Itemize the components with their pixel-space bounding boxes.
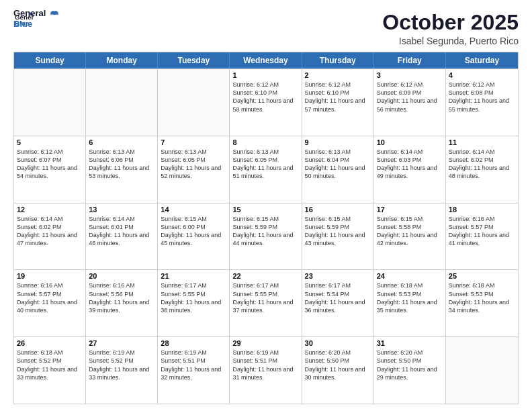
day-info: Sunrise: 6:14 AM Sunset: 6:02 PM Dayligh… <box>17 215 83 248</box>
logo: General Blue General Blue <box>13 11 60 29</box>
day-number: 24 <box>377 272 443 280</box>
weekday-header-friday: Friday <box>374 52 446 68</box>
day-number: 13 <box>89 205 154 214</box>
day-info: Sunrise: 6:13 AM Sunset: 6:04 PM Dayligh… <box>305 148 371 181</box>
day-cell-26: 26Sunrise: 6:18 AM Sunset: 5:52 PM Dayli… <box>14 337 86 404</box>
calendar: SundayMondayTuesdayWednesdayThursdayFrid… <box>13 52 519 404</box>
day-number: 10 <box>377 138 443 146</box>
day-number: 16 <box>305 205 371 214</box>
calendar-row-4: 19Sunrise: 6:16 AM Sunset: 5:57 PM Dayli… <box>14 269 518 336</box>
day-cell-31: 31Sunrise: 6:20 AM Sunset: 5:50 PM Dayli… <box>374 337 446 404</box>
calendar-row-3: 12Sunrise: 6:14 AM Sunset: 6:02 PM Dayli… <box>14 203 518 270</box>
day-info: Sunrise: 6:16 AM Sunset: 5:57 PM Dayligh… <box>449 215 515 248</box>
day-info: Sunrise: 6:20 AM Sunset: 5:50 PM Dayligh… <box>305 349 371 381</box>
day-info: Sunrise: 6:14 AM Sunset: 6:01 PM Dayligh… <box>89 215 154 248</box>
day-info: Sunrise: 6:15 AM Sunset: 5:59 PM Dayligh… <box>232 215 298 248</box>
day-info: Sunrise: 6:15 AM Sunset: 5:58 PM Dayligh… <box>377 215 443 248</box>
day-info: Sunrise: 6:12 AM Sunset: 6:10 PM Dayligh… <box>305 81 371 113</box>
day-cell-8: 8Sunrise: 6:13 AM Sunset: 6:05 PM Daylig… <box>230 136 302 203</box>
day-number: 4 <box>449 71 515 79</box>
empty-cell-r4c6 <box>446 337 518 404</box>
calendar-header: SundayMondayTuesdayWednesdayThursdayFrid… <box>14 52 518 68</box>
title-block: October 2025 Isabel Segunda, Puerto Rico <box>382 11 519 46</box>
calendar-row-2: 5Sunrise: 6:12 AM Sunset: 6:07 PM Daylig… <box>14 136 518 203</box>
day-info: Sunrise: 6:12 AM Sunset: 6:08 PM Dayligh… <box>449 81 515 113</box>
header: General Blue General Blue October 2025 I… <box>13 11 519 46</box>
empty-cell-r0c1 <box>86 69 158 136</box>
day-number: 11 <box>449 138 515 146</box>
day-info: Sunrise: 6:17 AM Sunset: 5:55 PM Dayligh… <box>232 281 298 314</box>
weekday-header-monday: Monday <box>86 52 158 68</box>
day-info: Sunrise: 6:19 AM Sunset: 5:52 PM Dayligh… <box>89 349 154 381</box>
day-cell-9: 9Sunrise: 6:13 AM Sunset: 6:04 PM Daylig… <box>302 136 374 203</box>
day-cell-29: 29Sunrise: 6:19 AM Sunset: 5:51 PM Dayli… <box>230 337 302 404</box>
day-number: 25 <box>449 272 515 280</box>
day-cell-14: 14Sunrise: 6:15 AM Sunset: 6:00 PM Dayli… <box>158 203 230 270</box>
day-number: 29 <box>232 339 298 347</box>
day-info: Sunrise: 6:20 AM Sunset: 5:50 PM Dayligh… <box>377 349 443 381</box>
logo-line2: Blue <box>13 19 46 30</box>
day-number: 20 <box>89 272 154 280</box>
day-info: Sunrise: 6:12 AM Sunset: 6:09 PM Dayligh… <box>377 81 443 113</box>
weekday-header-wednesday: Wednesday <box>230 52 302 68</box>
day-number: 19 <box>17 272 83 280</box>
day-cell-27: 27Sunrise: 6:19 AM Sunset: 5:52 PM Dayli… <box>86 337 158 404</box>
day-info: Sunrise: 6:15 AM Sunset: 6:00 PM Dayligh… <box>161 215 226 248</box>
day-number: 28 <box>161 339 226 347</box>
day-number: 17 <box>377 205 443 214</box>
weekday-header-sunday: Sunday <box>14 52 86 68</box>
day-number: 18 <box>449 205 515 214</box>
day-cell-22: 22Sunrise: 6:17 AM Sunset: 5:55 PM Dayli… <box>230 270 302 336</box>
day-cell-28: 28Sunrise: 6:19 AM Sunset: 5:51 PM Dayli… <box>158 337 230 404</box>
calendar-row-5: 26Sunrise: 6:18 AM Sunset: 5:52 PM Dayli… <box>14 336 518 404</box>
day-number: 2 <box>305 71 371 79</box>
day-info: Sunrise: 6:18 AM Sunset: 5:52 PM Dayligh… <box>17 349 83 381</box>
day-cell-30: 30Sunrise: 6:20 AM Sunset: 5:50 PM Dayli… <box>302 337 374 404</box>
day-cell-4: 4Sunrise: 6:12 AM Sunset: 6:08 PM Daylig… <box>446 69 518 136</box>
day-cell-23: 23Sunrise: 6:17 AM Sunset: 5:54 PM Dayli… <box>302 270 374 336</box>
day-info: Sunrise: 6:17 AM Sunset: 5:54 PM Dayligh… <box>305 281 371 314</box>
day-number: 6 <box>89 138 154 146</box>
day-number: 23 <box>305 272 371 280</box>
day-cell-17: 17Sunrise: 6:15 AM Sunset: 5:58 PM Dayli… <box>374 203 446 270</box>
page: General Blue General Blue October 2025 I… <box>0 0 532 411</box>
day-number: 27 <box>89 339 154 347</box>
day-cell-3: 3Sunrise: 6:12 AM Sunset: 6:09 PM Daylig… <box>374 69 446 136</box>
day-cell-21: 21Sunrise: 6:17 AM Sunset: 5:55 PM Dayli… <box>158 270 230 336</box>
day-cell-11: 11Sunrise: 6:14 AM Sunset: 6:02 PM Dayli… <box>446 136 518 203</box>
day-number: 8 <box>232 138 298 146</box>
location-subtitle: Isabel Segunda, Puerto Rico <box>382 36 519 46</box>
weekday-header-thursday: Thursday <box>302 52 374 68</box>
day-info: Sunrise: 6:17 AM Sunset: 5:55 PM Dayligh… <box>161 281 226 314</box>
month-title: October 2025 <box>382 11 519 34</box>
day-cell-7: 7Sunrise: 6:13 AM Sunset: 6:05 PM Daylig… <box>158 136 230 203</box>
day-number: 9 <box>305 138 371 146</box>
day-info: Sunrise: 6:14 AM Sunset: 6:03 PM Dayligh… <box>377 148 443 181</box>
day-number: 26 <box>17 339 83 347</box>
day-number: 14 <box>161 205 226 214</box>
day-cell-20: 20Sunrise: 6:16 AM Sunset: 5:56 PM Dayli… <box>86 270 158 336</box>
empty-cell-r0c0 <box>14 69 86 136</box>
day-number: 5 <box>17 138 83 146</box>
day-cell-19: 19Sunrise: 6:16 AM Sunset: 5:57 PM Dayli… <box>14 270 86 336</box>
day-cell-6: 6Sunrise: 6:13 AM Sunset: 6:06 PM Daylig… <box>86 136 158 203</box>
day-number: 12 <box>17 205 83 214</box>
day-number: 3 <box>377 71 443 79</box>
calendar-body: 1Sunrise: 6:12 AM Sunset: 6:10 PM Daylig… <box>14 68 518 404</box>
day-info: Sunrise: 6:13 AM Sunset: 6:05 PM Dayligh… <box>232 148 298 181</box>
day-number: 1 <box>232 71 298 79</box>
day-cell-18: 18Sunrise: 6:16 AM Sunset: 5:57 PM Dayli… <box>446 203 518 270</box>
weekday-header-tuesday: Tuesday <box>158 52 230 68</box>
logo-bird-icon <box>48 10 60 22</box>
day-cell-5: 5Sunrise: 6:12 AM Sunset: 6:07 PM Daylig… <box>14 136 86 203</box>
day-cell-1: 1Sunrise: 6:12 AM Sunset: 6:10 PM Daylig… <box>230 69 302 136</box>
logo-line1: General <box>13 8 46 19</box>
day-info: Sunrise: 6:19 AM Sunset: 5:51 PM Dayligh… <box>232 349 298 381</box>
day-info: Sunrise: 6:18 AM Sunset: 5:53 PM Dayligh… <box>449 281 515 314</box>
day-info: Sunrise: 6:19 AM Sunset: 5:51 PM Dayligh… <box>161 349 226 381</box>
empty-cell-r0c2 <box>158 69 230 136</box>
day-info: Sunrise: 6:13 AM Sunset: 6:06 PM Dayligh… <box>89 148 154 181</box>
day-number: 22 <box>232 272 298 280</box>
day-cell-12: 12Sunrise: 6:14 AM Sunset: 6:02 PM Dayli… <box>14 203 86 270</box>
day-info: Sunrise: 6:16 AM Sunset: 5:56 PM Dayligh… <box>89 281 154 314</box>
